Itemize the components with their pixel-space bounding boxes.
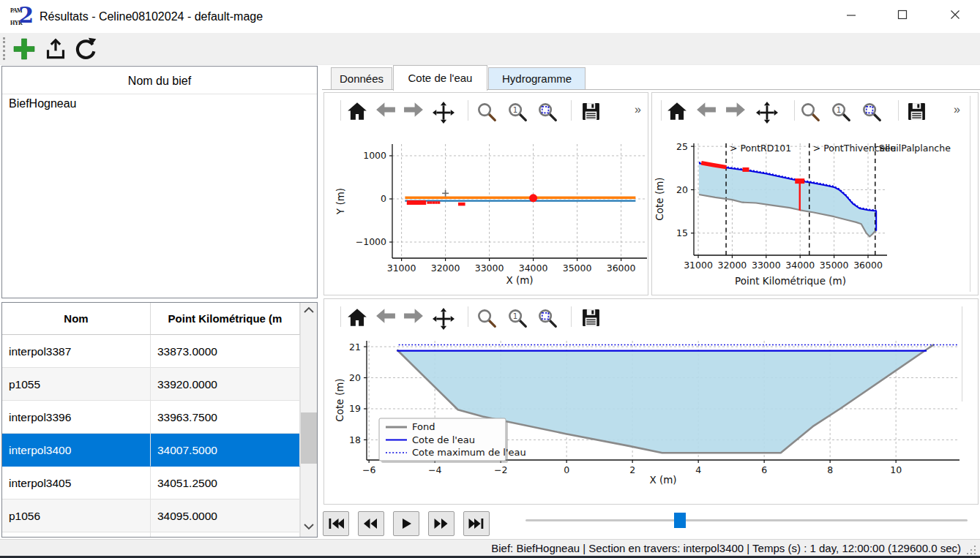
- section-chart[interactable]: −6−4−2024681018192021X (m)Cote (m)FondCo…: [324, 299, 979, 505]
- table-row[interactable]: p1056: [2, 499, 151, 532]
- table-row[interactable]: interpol3396: [2, 401, 151, 434]
- toolbar-drag-handle[interactable]: [3, 37, 5, 60]
- table-row[interactable]: interpol3400: [2, 434, 151, 467]
- svg-text:36000: 36000: [607, 263, 636, 274]
- pamhyr-app-icon: PAM HYR 2: [10, 7, 32, 27]
- table-row[interactable]: interpol3387: [2, 335, 151, 368]
- svg-text:−1000: −1000: [356, 236, 386, 247]
- resize-grip[interactable]: [967, 546, 977, 556]
- svg-text:Fond: Fond: [412, 421, 435, 432]
- status-bar: Bief: BiefHogneau | Section en travers: …: [0, 539, 980, 557]
- time-slider-track[interactable]: [525, 519, 968, 521]
- table-row[interactable]: 34095.0000: [151, 499, 300, 532]
- svg-text:6: 6: [761, 464, 767, 475]
- svg-text:Cote (m): Cote (m): [334, 378, 345, 421]
- svg-text:1000: 1000: [363, 150, 386, 161]
- window-title: Résultats - Celine08102024 - default-mag…: [40, 0, 263, 33]
- svg-text:35000: 35000: [563, 263, 592, 274]
- svg-text:10: 10: [890, 464, 902, 475]
- svg-text:31000: 31000: [387, 263, 416, 274]
- tab-donn-es[interactable]: Données: [331, 67, 392, 90]
- svg-text:Y (m): Y (m): [334, 188, 346, 215]
- plan-chart[interactable]: 310003200033000340003500036000−100001000…: [324, 93, 649, 296]
- minimize-icon: [845, 9, 857, 20]
- table-row[interactable]: 33920.0000: [151, 368, 300, 401]
- scroll-up-icon[interactable]: [303, 306, 315, 316]
- plan-chart-panel: 1»310003200033000340003500036000−1000010…: [323, 92, 648, 295]
- section-chart-panel: 1−6−4−2024681018192021X (m)Cote (m)FondC…: [323, 298, 979, 505]
- minimize-button[interactable]: [834, 0, 868, 29]
- bief-list-panel: Nom du bief BiefHogneau: [1, 66, 318, 298]
- svg-text:Cote maximum de l'eau: Cote maximum de l'eau: [412, 447, 526, 458]
- table-row[interactable]: 33963.7500: [151, 401, 300, 434]
- skip-last-icon: [467, 516, 486, 532]
- rewind-button[interactable]: [358, 511, 384, 536]
- close-button[interactable]: [938, 0, 972, 29]
- table-row[interactable]: p1055: [2, 368, 151, 401]
- sections-table: NomPoint Kilométrique (minterpol33873387…: [1, 302, 318, 538]
- svg-text:−6: −6: [362, 464, 375, 475]
- scroll-down-icon[interactable]: [303, 522, 315, 532]
- table-row[interactable]: 34051.2500: [151, 467, 300, 499]
- table-row[interactable]: 33873.0000: [151, 335, 300, 368]
- skip-first-button[interactable]: [323, 511, 349, 536]
- close-icon: [949, 9, 961, 20]
- tab-bar: DonnéesCote de l'eauHydrogramme: [322, 64, 980, 90]
- svg-text:Point Kilométrique (m): Point Kilométrique (m): [735, 275, 846, 287]
- svg-text:4: 4: [695, 464, 701, 475]
- results-window: PAM HYR 2 Résultats - Celine08102024 - d…: [0, 0, 980, 558]
- profile-chart[interactable]: > PontRD101> PontThivencelleSeuilPalplan…: [652, 93, 979, 296]
- time-slider-handle[interactable]: [674, 513, 686, 528]
- profile-chart-panel: 1»> PontRD101> PontThivencelleSeuilPalpl…: [651, 92, 979, 295]
- svg-text:19: 19: [349, 403, 361, 414]
- svg-text:−2: −2: [494, 464, 507, 475]
- refresh-button[interactable]: [73, 37, 97, 63]
- svg-text:34000: 34000: [785, 260, 815, 271]
- svg-text:0: 0: [564, 464, 569, 475]
- svg-text:36000: 36000: [853, 260, 883, 271]
- table-row: [2, 532, 151, 538]
- table-scrollbar[interactable]: [300, 303, 317, 537]
- svg-text:−4: −4: [428, 464, 441, 475]
- maximize-icon: [897, 9, 908, 20]
- skip-first-icon: [326, 516, 345, 532]
- column-header-pk[interactable]: Point Kilométrique (m: [151, 303, 300, 335]
- rewind-icon: [362, 516, 381, 532]
- table-row[interactable]: 34007.5000: [151, 434, 300, 467]
- svg-text:SeuilPalplanche: SeuilPalplanche: [879, 143, 951, 154]
- skip-last-button[interactable]: [463, 511, 490, 536]
- svg-text:15: 15: [676, 227, 688, 238]
- svg-text:33000: 33000: [475, 263, 504, 274]
- add-button[interactable]: [12, 37, 37, 64]
- tab-hydrogramme[interactable]: Hydrogramme: [488, 67, 586, 90]
- maximize-button[interactable]: [886, 0, 919, 29]
- export-button[interactable]: [44, 37, 67, 63]
- play-icon: [397, 516, 416, 532]
- svg-text:20: 20: [676, 184, 688, 195]
- svg-text:2: 2: [629, 464, 635, 475]
- table-scrollbar-thumb[interactable]: [301, 412, 317, 464]
- svg-text:32000: 32000: [431, 263, 460, 274]
- svg-text:21: 21: [349, 342, 361, 352]
- title-bar[interactable]: PAM HYR 2 Résultats - Celine08102024 - d…: [0, 0, 980, 33]
- tab-cote-de-l-eau[interactable]: Cote de l'eau: [393, 65, 487, 91]
- refresh-icon: [73, 37, 97, 61]
- fast-forward-button[interactable]: [428, 511, 455, 536]
- plus-icon: [12, 37, 37, 61]
- svg-text:> PontRD101: > PontRD101: [730, 143, 791, 154]
- svg-text:31000: 31000: [684, 260, 713, 271]
- table-row[interactable]: interpol3405: [2, 467, 151, 499]
- svg-text:X (m): X (m): [649, 474, 676, 486]
- svg-text:X (m): X (m): [506, 274, 533, 286]
- svg-text:25: 25: [676, 141, 688, 152]
- column-header-nom[interactable]: Nom: [2, 303, 151, 335]
- svg-text:33000: 33000: [752, 260, 781, 271]
- svg-text:8: 8: [827, 464, 833, 475]
- play-button[interactable]: [393, 511, 419, 536]
- bief-list-header: Nom du bief: [2, 67, 317, 94]
- svg-text:34000: 34000: [519, 263, 548, 274]
- list-item-bief[interactable]: BiefHogneau: [2, 94, 317, 113]
- svg-text:Cote de l'eau: Cote de l'eau: [412, 434, 475, 445]
- status-text: Bief: BiefHogneau | Section en travers: …: [491, 540, 961, 557]
- svg-text:18: 18: [349, 434, 361, 445]
